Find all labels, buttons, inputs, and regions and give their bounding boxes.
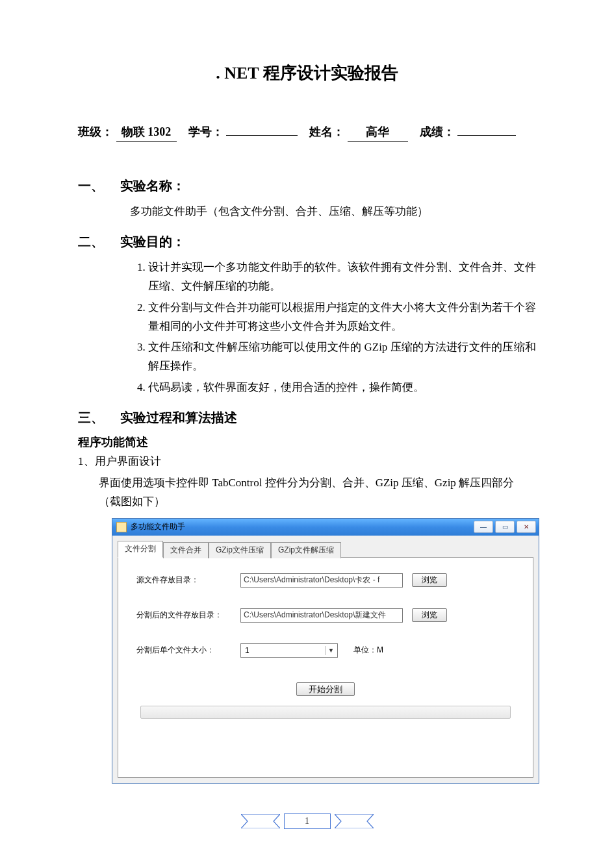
- section-1-body: 多功能文件助手（包含文件分割、合并、压缩、解压等功能）: [130, 203, 536, 221]
- subsection-item-number: 1、: [78, 455, 95, 467]
- student-id-label: 学号：: [188, 124, 224, 140]
- tab-file-merge[interactable]: 文件合并: [163, 542, 209, 558]
- size-value: 1: [245, 646, 249, 655]
- size-combobox[interactable]: 1 ▼: [240, 643, 338, 658]
- page-number: 1: [284, 813, 331, 829]
- subsection-heading: 程序功能简述: [78, 434, 536, 450]
- window-title: 多功能文件助手: [131, 521, 474, 532]
- output-dir-row: 分割后的文件存放目录： C:\Users\Administrator\Deskt…: [136, 608, 515, 623]
- browse-output-button[interactable]: 浏览: [412, 608, 447, 622]
- chevron-down-icon: ▼: [326, 646, 336, 655]
- class-label: 班级：: [78, 124, 113, 140]
- svg-marker-0: [241, 814, 280, 828]
- minimize-button[interactable]: —: [474, 521, 493, 533]
- section-2-heading: 二、 实验目的：: [78, 233, 536, 251]
- section-2-number: 二、: [78, 233, 117, 251]
- section-3-title: 实验过程和算法描述: [120, 410, 237, 425]
- section-3-heading: 三、 实验过程和算法描述: [78, 409, 536, 427]
- objective-item: 文件压缩和文件解压缩功能可以使用文件的 GZip 压缩的方法进行文件的压缩和解压…: [148, 338, 536, 376]
- document-title: . NET 程序设计实验报告: [78, 62, 536, 84]
- client-area: 文件分割 文件合并 GZip文件压缩 GZip文件解压缩 源文件存放目录： C:…: [112, 536, 539, 783]
- source-dir-label: 源文件存放目录：: [136, 575, 240, 586]
- output-dir-label: 分割后的文件存放目录：: [136, 610, 240, 621]
- tab-strip: 文件分割 文件合并 GZip文件压缩 GZip文件解压缩: [118, 541, 533, 558]
- subsection-item: 1、用户界面设计: [78, 453, 536, 471]
- student-id-blank: [226, 123, 298, 136]
- student-info-line: 班级： 物联 1302 学号： 姓名： 高华 成绩：: [78, 123, 536, 142]
- section-1-number: 一、: [78, 177, 117, 195]
- subsection-item-title: 用户界面设计: [95, 455, 161, 467]
- start-split-button[interactable]: 开始分割: [296, 682, 355, 696]
- section-1-heading: 一、 实验名称：: [78, 177, 536, 195]
- progress-bar: [140, 706, 511, 719]
- name-value: 高华: [348, 124, 408, 142]
- page-footer: 1: [0, 813, 614, 829]
- objective-item: 文件分割与文件合并功能可以根据用户指定的文件大小将大文件分割为若干个容量相同的小…: [148, 299, 536, 336]
- ribbon-right-icon: [335, 814, 374, 828]
- app-icon: [116, 522, 127, 532]
- size-label: 分割后单个文件大小：: [136, 645, 240, 656]
- document-page: . NET 程序设计实验报告 班级： 物联 1302 学号： 姓名： 高华 成绩…: [0, 0, 614, 868]
- output-dir-input[interactable]: C:\Users\Administrator\Desktop\新建文件: [240, 608, 403, 623]
- objective-item: 代码易读，软件界面友好，使用合适的控件，操作简便。: [148, 378, 536, 397]
- titlebar[interactable]: 多功能文件助手 — ▭ ✕: [112, 519, 539, 536]
- ribbon-left-icon: [241, 814, 280, 828]
- tab-page-split: 源文件存放目录： C:\Users\Administrator\Desktop\…: [118, 557, 533, 778]
- class-value: 物联 1302: [116, 124, 177, 142]
- tab-gzip-decompress[interactable]: GZip文件解压缩: [271, 542, 341, 558]
- source-dir-row: 源文件存放目录： C:\Users\Administrator\Desktop\…: [136, 573, 515, 588]
- action-row: 开始分割: [136, 684, 515, 695]
- score-blank: [457, 123, 516, 136]
- tab-gzip-compress[interactable]: GZip文件压缩: [209, 542, 271, 558]
- size-row: 分割后单个文件大小： 1 ▼ 单位：M: [136, 643, 515, 658]
- objective-item: 设计并实现一个多功能文件助手的软件。该软件拥有文件分割、文件合并、文件压缩、文件…: [148, 258, 536, 296]
- close-button[interactable]: ✕: [517, 521, 536, 533]
- section-1-title: 实验名称：: [120, 179, 185, 193]
- score-label: 成绩：: [420, 124, 455, 140]
- objectives-list: 设计并实现一个多功能文件助手的软件。该软件拥有文件分割、文件合并、文件压缩、文件…: [130, 258, 536, 397]
- maximize-button[interactable]: ▭: [495, 521, 515, 533]
- name-label: 姓名：: [309, 124, 344, 140]
- section-2-title: 实验目的：: [120, 234, 185, 249]
- svg-marker-1: [335, 814, 374, 828]
- unit-label: 单位：M: [353, 645, 383, 656]
- tab-file-split[interactable]: 文件分割: [118, 541, 163, 558]
- app-window: 多功能文件助手 — ▭ ✕ 文件分割 文件合并 GZip文件压缩 GZip文件解…: [112, 518, 539, 784]
- subsection-item-body: 界面使用选项卡控件即 TabControl 控件分为分割、合并、GZip 压缩、…: [99, 474, 536, 512]
- window-buttons: — ▭ ✕: [474, 521, 536, 533]
- source-dir-input[interactable]: C:\Users\Administrator\Desktop\卡农 - f: [240, 573, 403, 588]
- browse-source-button[interactable]: 浏览: [412, 573, 447, 587]
- section-3-number: 三、: [78, 409, 117, 427]
